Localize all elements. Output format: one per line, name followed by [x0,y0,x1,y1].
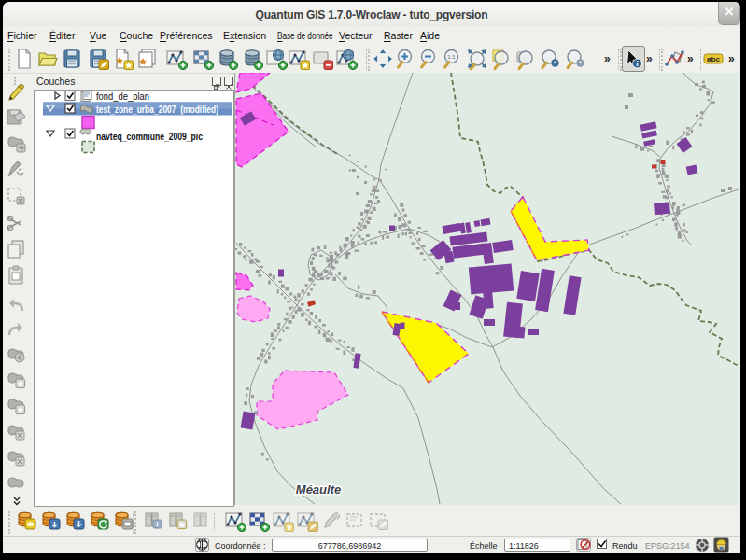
svg-text:test_zone_urba_2007 (modified: test_zone_urba_2007 (modified) [96,105,218,115]
svg-text:Méaulte: Méaulte [296,483,341,497]
svg-text:navteq_commune_2009_pic: navteq_commune_2009_pic [96,132,203,142]
svg-text:abc: abc [707,55,720,63]
svg-text:1:1: 1:1 [447,54,456,60]
svg-text:fond_de_plan: fond_de_plan [96,91,149,102]
